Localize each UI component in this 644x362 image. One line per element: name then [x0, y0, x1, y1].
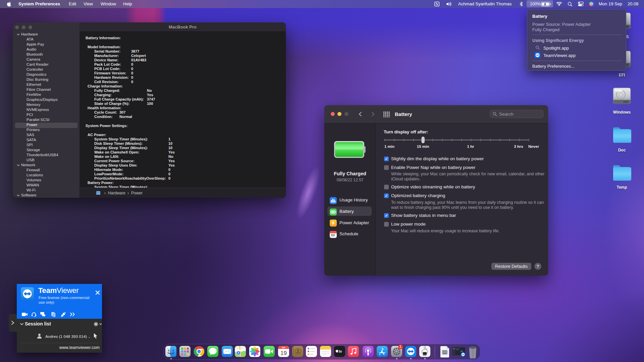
svg-text:19: 19: [280, 350, 287, 356]
svg-text:SEP: SEP: [282, 347, 285, 349]
svg-text:tv: tv: [339, 349, 342, 353]
